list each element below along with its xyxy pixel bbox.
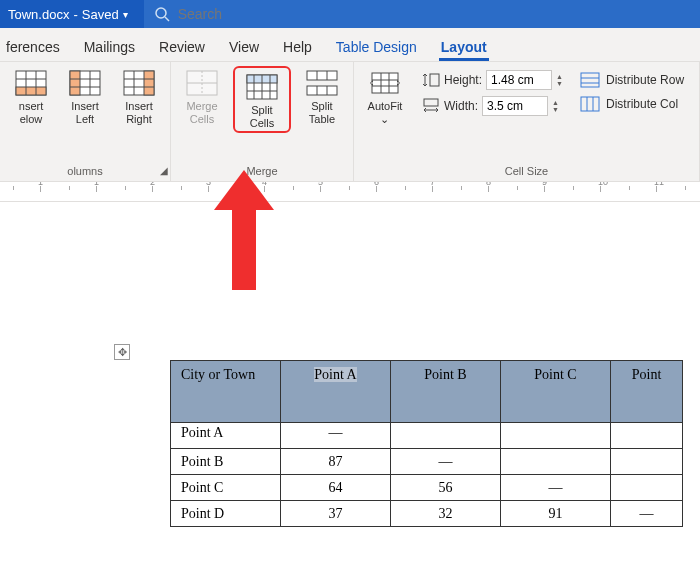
table-cell[interactable]: — bbox=[501, 475, 611, 501]
chevron-down-icon: ▼ bbox=[552, 106, 562, 113]
split-cells-button[interactable]: SplitCells bbox=[239, 70, 285, 129]
table-cell[interactable]: 91 bbox=[501, 501, 611, 527]
table-row[interactable]: Point D373291— bbox=[171, 501, 683, 527]
autofit-label: AutoFit⌄ bbox=[368, 100, 403, 125]
group-merge: MergeCells SplitCells SplitTable Merge bbox=[171, 62, 354, 181]
split-table-icon bbox=[306, 70, 338, 96]
autofit-icon bbox=[369, 70, 401, 96]
insert-left-icon bbox=[69, 70, 101, 96]
table-header-cell[interactable]: Point bbox=[611, 361, 683, 423]
chevron-down-icon[interactable]: ▾ bbox=[123, 9, 128, 20]
distribute-rows-button[interactable]: Distribute Row bbox=[580, 72, 684, 88]
svg-rect-27 bbox=[307, 86, 337, 95]
merge-cells-label: MergeCells bbox=[186, 100, 217, 125]
table-header-cell[interactable]: City or Town bbox=[171, 361, 281, 423]
height-label: Height: bbox=[444, 73, 482, 87]
chevron-up-icon: ▲ bbox=[556, 73, 566, 80]
table-row[interactable]: Point C6456— bbox=[171, 475, 683, 501]
distribute-rows-label: Distribute Row bbox=[606, 73, 684, 87]
svg-rect-37 bbox=[430, 74, 439, 86]
insert-left-button[interactable]: InsertLeft bbox=[62, 66, 108, 125]
split-table-label: SplitTable bbox=[309, 100, 335, 125]
group-label-merge: Merge bbox=[179, 163, 345, 179]
svg-rect-38 bbox=[424, 99, 438, 106]
width-label: Width: bbox=[444, 99, 478, 113]
insert-below-label: nsertelow bbox=[19, 100, 43, 125]
table-cell[interactable]: 87 bbox=[281, 449, 391, 475]
document-canvas[interactable]: ✥ City or Town Point A Point B Point C P… bbox=[0, 202, 700, 579]
tab-view[interactable]: View bbox=[227, 33, 261, 61]
table-cell[interactable] bbox=[501, 449, 611, 475]
svg-rect-3 bbox=[16, 87, 46, 95]
tab-mailings[interactable]: Mailings bbox=[82, 33, 137, 61]
table-cell[interactable]: 37 bbox=[281, 501, 391, 527]
split-cells-highlight: SplitCells bbox=[233, 66, 291, 133]
distribute-buttons: Distribute Row Distribute Col bbox=[580, 66, 684, 112]
tab-table-design[interactable]: Table Design bbox=[334, 33, 419, 61]
table-cell[interactable] bbox=[611, 449, 683, 475]
table-cell[interactable]: Point A bbox=[171, 423, 281, 449]
table-cell[interactable]: Point B bbox=[171, 449, 281, 475]
svg-rect-8 bbox=[70, 71, 80, 95]
group-rows-columns: nsertelow InsertLeft InsertRight olumns◢ bbox=[0, 62, 171, 181]
table-cell[interactable]: 32 bbox=[391, 501, 501, 527]
group-cell-size: AutoFit⌄ Height: ▲▼ Width: ▲▼ bbox=[354, 62, 700, 181]
cell-size-fields: Height: ▲▼ Width: ▲▼ bbox=[422, 66, 566, 116]
insert-right-button[interactable]: InsertRight bbox=[116, 66, 162, 125]
tab-layout[interactable]: Layout bbox=[439, 33, 489, 61]
merge-cells-button: MergeCells bbox=[179, 66, 225, 125]
svg-line-1 bbox=[165, 17, 169, 21]
ribbon-tabs: ferences Mailings Review View Help Table… bbox=[0, 28, 700, 62]
table-cell[interactable] bbox=[501, 423, 611, 449]
tab-references[interactable]: ferences bbox=[4, 33, 62, 61]
autofit-button[interactable]: AutoFit⌄ bbox=[362, 66, 408, 125]
svg-rect-32 bbox=[372, 73, 398, 93]
table-header-cell[interactable]: Point C bbox=[501, 361, 611, 423]
document-table[interactable]: City or Town Point A Point B Point C Poi… bbox=[170, 360, 683, 527]
table-cell[interactable]: — bbox=[281, 423, 391, 449]
table-row[interactable]: Point A— bbox=[171, 423, 683, 449]
search-input[interactable] bbox=[178, 6, 690, 22]
tab-review[interactable]: Review bbox=[157, 33, 207, 61]
search-bar[interactable] bbox=[144, 0, 700, 28]
height-input[interactable] bbox=[486, 70, 552, 90]
table-move-handle[interactable]: ✥ bbox=[114, 344, 130, 360]
insert-left-label: InsertLeft bbox=[71, 100, 99, 125]
split-cells-icon bbox=[246, 74, 278, 100]
table-cell[interactable]: — bbox=[391, 449, 501, 475]
distribute-cols-icon bbox=[580, 96, 600, 112]
insert-right-icon bbox=[123, 70, 155, 96]
svg-rect-39 bbox=[581, 73, 599, 87]
split-table-button[interactable]: SplitTable bbox=[299, 66, 345, 125]
svg-rect-42 bbox=[581, 97, 599, 111]
table-header-cell[interactable]: Point A bbox=[281, 361, 391, 423]
selected-header-text: Point A bbox=[314, 367, 356, 382]
save-state: Saved bbox=[82, 7, 119, 22]
table-cell[interactable] bbox=[611, 423, 683, 449]
split-cells-label: SplitCells bbox=[250, 104, 274, 129]
table-cell[interactable]: Point C bbox=[171, 475, 281, 501]
distribute-cols-button[interactable]: Distribute Col bbox=[580, 96, 684, 112]
table-cell[interactable]: — bbox=[611, 501, 683, 527]
table-cell[interactable] bbox=[391, 423, 501, 449]
height-icon bbox=[422, 72, 440, 88]
tab-help[interactable]: Help bbox=[281, 33, 314, 61]
chevron-down-icon: ▼ bbox=[556, 80, 566, 87]
width-spinner[interactable]: ▲▼ bbox=[552, 99, 562, 113]
document-title-area[interactable]: Town.docx - Saved ▾ bbox=[0, 7, 136, 22]
insert-below-button[interactable]: nsertelow bbox=[8, 66, 54, 125]
table-row[interactable]: Point B87— bbox=[171, 449, 683, 475]
width-input[interactable] bbox=[482, 96, 548, 116]
svg-point-0 bbox=[156, 8, 166, 18]
insert-right-label: InsertRight bbox=[125, 100, 153, 125]
height-spinner[interactable]: ▲▼ bbox=[556, 73, 566, 87]
chevron-up-icon: ▲ bbox=[552, 99, 562, 106]
ribbon: nsertelow InsertLeft InsertRight olumns◢… bbox=[0, 62, 700, 182]
dialog-launcher-icon[interactable]: ◢ bbox=[160, 165, 168, 176]
table-cell[interactable]: 64 bbox=[281, 475, 391, 501]
horizontal-ruler[interactable]: 21123456789101112 bbox=[0, 182, 700, 202]
table-header-cell[interactable]: Point B bbox=[391, 361, 501, 423]
table-cell[interactable]: Point D bbox=[171, 501, 281, 527]
table-cell[interactable] bbox=[611, 475, 683, 501]
table-cell[interactable]: 56 bbox=[391, 475, 501, 501]
